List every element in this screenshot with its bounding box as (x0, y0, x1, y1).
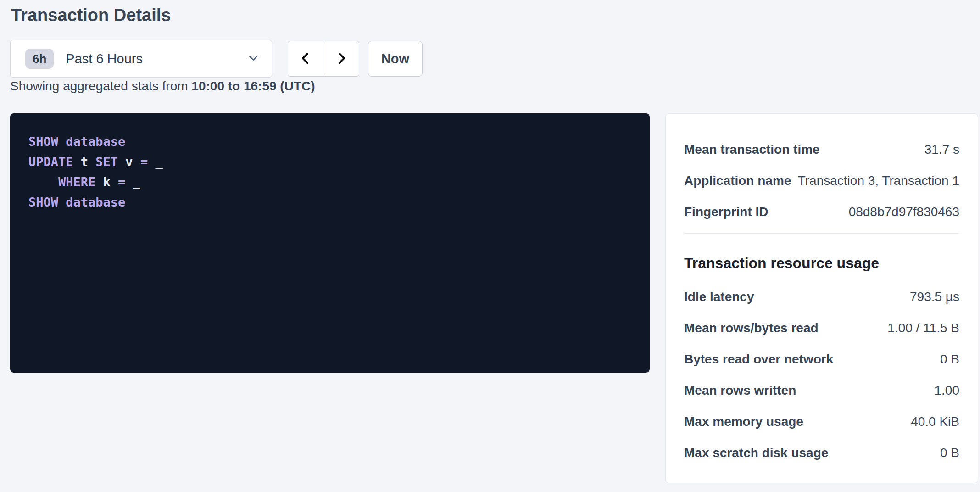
stat-value: 1.00 (935, 380, 960, 401)
card-divider (684, 233, 959, 234)
subtitle-text: Showing aggregated stats from (10, 79, 191, 93)
sql-token (58, 195, 66, 209)
prev-time-button[interactable] (288, 41, 323, 76)
sql-line: UPDATE t SET v = _ (28, 152, 631, 172)
chevron-down-icon (247, 51, 260, 66)
stat-row: Idle latency793.5 µs (684, 287, 959, 307)
sql-token: SET (95, 155, 118, 169)
time-controls: 6h Past 6 Hours Now (10, 40, 423, 78)
sql-token (58, 134, 66, 149)
stat-value: 40.0 KiB (911, 412, 959, 432)
transaction-summary-card: Mean transaction time31.7 sApplication n… (665, 113, 978, 483)
stat-row: Mean rows written1.00 (684, 380, 959, 401)
stat-value: 793.5 µs (910, 287, 959, 307)
stat-label: Application name (684, 171, 791, 191)
sql-token: SHOW (28, 195, 58, 209)
stat-label: Fingerprint ID (684, 202, 768, 222)
stat-value: Transaction 3, Transaction 1 (798, 171, 959, 191)
sql-statement-box: SHOW databaseUPDATE t SET v = _ WHERE k … (10, 113, 650, 373)
sql-token: WHERE (58, 175, 95, 189)
sql-token: database (66, 195, 125, 209)
resource-rows: Idle latency793.5 µsMean rows/bytes read… (684, 287, 959, 463)
sql-token: SHOW (28, 134, 58, 149)
stat-row: Max scratch disk usage0 B (684, 443, 959, 463)
sql-token: k (95, 175, 118, 189)
stat-value: 0 B (940, 443, 959, 463)
stat-label: Mean transaction time (684, 140, 820, 160)
page-title: Transaction Details (11, 6, 171, 25)
next-time-button[interactable] (323, 41, 359, 76)
sql-token: = (140, 155, 148, 169)
sql-line: WHERE k = _ (28, 172, 631, 192)
time-range-label: Past 6 Hours (66, 51, 247, 67)
aggregation-subtitle: Showing aggregated stats from 10:00 to 1… (10, 78, 315, 94)
stat-label: Idle latency (684, 287, 754, 307)
chevron-left-icon (298, 51, 313, 67)
sql-token: _ (125, 175, 140, 189)
stat-row: Mean rows/bytes read1.00 / 11.5 B (684, 318, 959, 338)
stat-row: Mean transaction time31.7 s (684, 140, 959, 160)
sql-token: v (118, 155, 140, 169)
chevron-right-icon (334, 51, 349, 67)
stat-label: Mean rows/bytes read (684, 318, 819, 338)
stat-value: 1.00 / 11.5 B (887, 318, 959, 338)
stat-value: 0 B (940, 349, 959, 369)
stat-label: Bytes read over network (684, 349, 833, 369)
stat-label: Max scratch disk usage (684, 443, 828, 463)
sql-token: t (73, 155, 96, 169)
sql-line: SHOW database (28, 132, 631, 152)
time-step-buttons (288, 41, 359, 77)
stat-row: Fingerprint ID08d8b7d97f830463 (684, 202, 959, 222)
stat-value: 31.7 s (924, 140, 959, 160)
time-range-badge: 6h (25, 49, 54, 69)
sql-token (28, 175, 58, 189)
sql-line: SHOW database (28, 192, 631, 212)
stat-row: Bytes read over network0 B (684, 349, 959, 369)
now-button[interactable]: Now (368, 41, 423, 77)
time-range-dropdown[interactable]: 6h Past 6 Hours (10, 40, 272, 78)
sql-token: = (118, 175, 125, 189)
resource-usage-heading: Transaction resource usage (684, 253, 959, 273)
stat-label: Mean rows written (684, 380, 796, 401)
sql-token: database (66, 134, 125, 149)
sql-token: _ (148, 155, 163, 169)
sql-token: UPDATE (28, 155, 73, 169)
stat-label: Max memory usage (684, 412, 803, 432)
subtitle-time-range: 10:00 to 16:59 (UTC) (191, 79, 315, 93)
stat-row: Application nameTransaction 3, Transacti… (684, 171, 959, 191)
summary-rows: Mean transaction time31.7 sApplication n… (684, 140, 959, 222)
stat-value: 08d8b7d97f830463 (849, 202, 959, 222)
stat-row: Max memory usage40.0 KiB (684, 412, 959, 432)
